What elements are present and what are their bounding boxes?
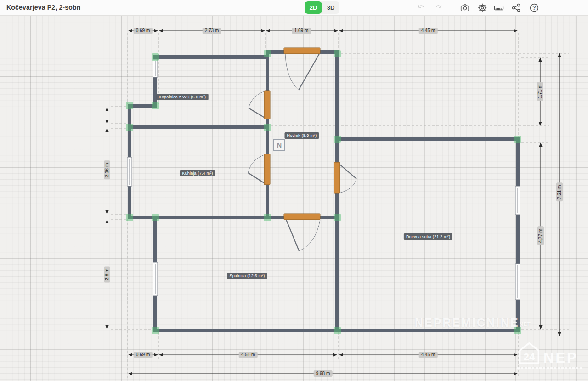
dim-bottom-3: 4.45 m <box>419 352 438 358</box>
entry-door[interactable] <box>284 48 320 90</box>
view-3d-button[interactable]: 3D <box>322 1 339 14</box>
floorplan-canvas[interactable]: N Kopalnica z WC (5.0 m²) Hodnik (8.9 m²… <box>0 16 588 381</box>
north-letter: N <box>277 142 282 149</box>
settings-gear-icon[interactable] <box>477 3 487 13</box>
bedroom-door[interactable] <box>284 214 320 251</box>
redo-icon[interactable] <box>433 3 443 13</box>
dimension-lines <box>107 31 560 374</box>
corner-marker[interactable] <box>264 124 271 131</box>
help-question-mark: ? <box>532 5 536 11</box>
dim-top-1: 0.69 m <box>134 28 153 34</box>
floorplan-drawing: N <box>0 16 588 381</box>
top-toolbar: Kočevarjeva P2, 2-sobn 2D 3D ? <box>0 0 588 16</box>
undo-icon[interactable] <box>416 3 426 13</box>
help-icon[interactable]: ? <box>529 3 539 13</box>
corner-markers <box>126 50 521 334</box>
corner-marker[interactable] <box>264 214 271 221</box>
room-label-hodnik[interactable]: Hodnik (8.9 m²) <box>284 132 319 139</box>
room-label-spalnica[interactable]: Spalnica (12.6 m²) <box>227 273 267 279</box>
corner-marker[interactable] <box>152 53 159 61</box>
corner-marker[interactable] <box>334 327 341 334</box>
dim-top-4: 4.45 m <box>419 28 438 34</box>
room-label-dnevna-soba[interactable]: Dnevna soba (21.2 m²) <box>404 233 452 240</box>
project-title-text: Kočevarjeva P2, 2-sobn <box>6 4 81 11</box>
corner-marker[interactable] <box>334 50 341 57</box>
dim-total-width: 9.98 m <box>314 370 333 377</box>
dim-right-2: 4.77 m <box>537 227 544 245</box>
corner-marker[interactable] <box>126 102 133 109</box>
dim-total-height: 7.21 m <box>556 183 563 202</box>
corner-marker[interactable] <box>126 214 133 221</box>
dim-top-2: 2.73 m <box>203 28 221 34</box>
north-indicator[interactable]: N <box>274 140 285 151</box>
bathroom-door[interactable] <box>249 91 270 119</box>
view-2d-button[interactable]: 2D <box>305 1 322 14</box>
dim-left-1: 2.16 m <box>104 161 110 180</box>
extension-lines <box>111 33 569 378</box>
corner-marker[interactable] <box>334 214 341 221</box>
project-title[interactable]: Kočevarjeva P2, 2-sobn <box>6 4 82 11</box>
view-mode-toggle: 2D 3D <box>305 1 339 14</box>
kitchen-door[interactable] <box>248 154 270 185</box>
dim-right-1: 1.71 m <box>537 82 543 101</box>
dim-bottom-2: 4.51 m <box>239 352 258 358</box>
living-room-door[interactable] <box>334 162 356 193</box>
corner-marker[interactable] <box>264 50 271 57</box>
corner-marker[interactable] <box>152 214 159 221</box>
text-cursor <box>82 5 82 11</box>
dim-left-2: 2.8 m <box>104 266 110 282</box>
corner-marker[interactable] <box>334 136 341 143</box>
dim-top-3: 1.69 m <box>292 28 311 34</box>
corner-marker[interactable] <box>514 327 521 334</box>
walls[interactable] <box>128 50 520 332</box>
share-icon[interactable] <box>511 3 521 13</box>
measure-ruler-icon[interactable] <box>494 3 504 13</box>
room-label-kuhinja[interactable]: Kuhinja (7.4 m²) <box>180 170 215 176</box>
corner-marker[interactable] <box>152 327 159 334</box>
corner-marker[interactable] <box>152 102 159 109</box>
room-label-kopalnica[interactable]: Kopalnica z WC (5.0 m²) <box>157 94 209 100</box>
dim-bottom-1: 0.69 m <box>134 352 153 358</box>
corner-marker[interactable] <box>514 136 521 143</box>
corner-marker[interactable] <box>126 124 133 131</box>
screenshot-camera-icon[interactable] <box>460 3 470 13</box>
